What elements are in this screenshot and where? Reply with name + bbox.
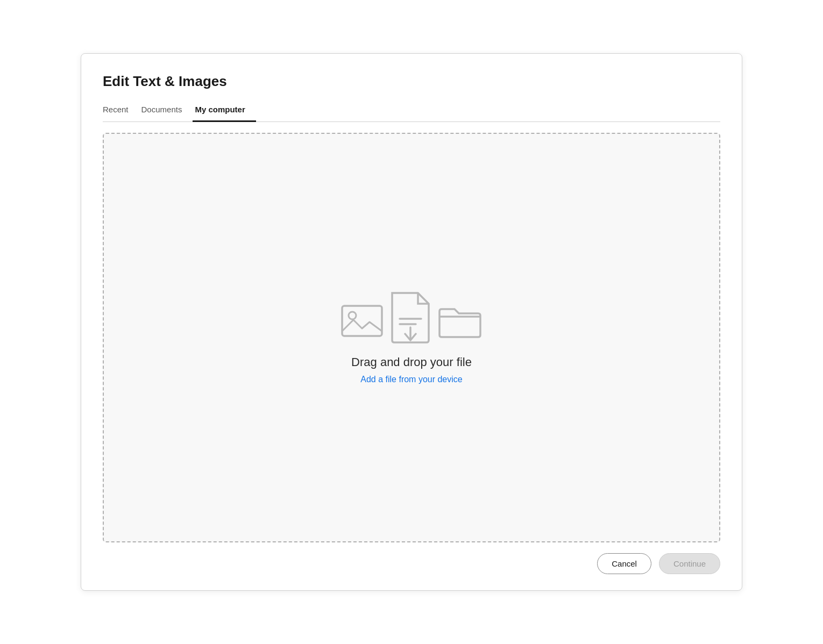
tab-my-computer[interactable]: My computer xyxy=(193,101,256,122)
continue-button: Continue xyxy=(659,553,720,574)
document-icon xyxy=(387,291,434,345)
tab-recent[interactable]: Recent xyxy=(103,101,139,122)
tab-bar: Recent Documents My computer xyxy=(103,101,720,122)
add-file-link[interactable]: Add a file from your device xyxy=(360,375,462,384)
drop-icons xyxy=(340,291,483,340)
dialog-title: Edit Text & Images xyxy=(103,73,720,90)
tab-documents[interactable]: Documents xyxy=(139,101,193,122)
svg-point-1 xyxy=(349,312,356,319)
dialog-footer: Cancel Continue xyxy=(103,553,720,574)
image-icon xyxy=(340,302,384,340)
edit-text-images-dialog: Edit Text & Images Recent Documents My c… xyxy=(81,53,742,591)
cancel-button[interactable]: Cancel xyxy=(597,553,651,574)
drop-zone[interactable]: Drag and drop your file Add a file from … xyxy=(103,133,720,543)
svg-rect-0 xyxy=(342,306,382,336)
drag-drop-text: Drag and drop your file xyxy=(351,355,472,369)
folder-icon xyxy=(437,302,483,340)
